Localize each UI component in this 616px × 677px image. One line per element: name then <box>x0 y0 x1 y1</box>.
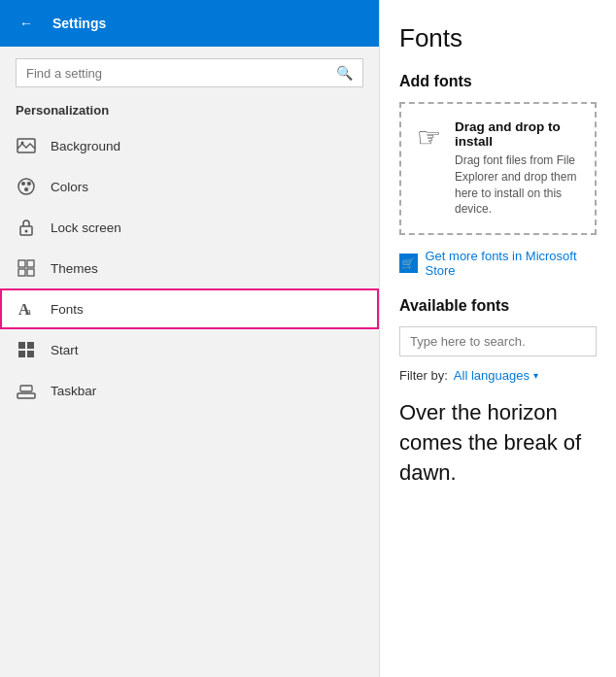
font-search-input[interactable] <box>399 326 597 356</box>
search-container: 🔍 <box>16 58 363 87</box>
sidebar-item-fonts-label: Fonts <box>51 302 84 317</box>
svg-rect-9 <box>27 260 34 267</box>
personalization-label: Personalization <box>0 99 379 125</box>
sidebar-item-fonts[interactable]: A a Fonts <box>0 288 379 329</box>
search-input[interactable] <box>26 66 328 81</box>
drop-text-sub: Drag font files from File Explorer and d… <box>455 152 579 218</box>
taskbar-icon <box>16 380 37 401</box>
page-title: Fonts <box>399 23 597 53</box>
colors-icon <box>16 176 37 197</box>
store-icon: 🛒 <box>399 254 418 273</box>
sidebar-item-colors-label: Colors <box>51 180 88 194</box>
start-icon <box>16 339 37 360</box>
lock-screen-icon <box>16 217 37 238</box>
back-button[interactable]: ← <box>12 9 41 38</box>
svg-point-5 <box>24 187 28 191</box>
svg-rect-18 <box>17 393 35 398</box>
sidebar-item-background[interactable]: Background <box>0 125 379 166</box>
store-link-label: Get more fonts in Microsoft Store <box>426 249 598 278</box>
background-icon <box>16 135 37 156</box>
sidebar-item-background-label: Background <box>51 139 120 153</box>
store-link[interactable]: 🛒 Get more fonts in Microsoft Store <box>399 249 597 278</box>
main-content: Fonts Add fonts ☞ Drag and drop to insta… <box>379 0 616 677</box>
svg-point-3 <box>21 182 25 186</box>
search-icon: 🔍 <box>336 65 353 81</box>
sidebar-item-taskbar-label: Taskbar <box>51 384 96 398</box>
sidebar-item-colors[interactable]: Colors <box>0 166 379 207</box>
themes-icon <box>16 257 37 279</box>
svg-point-7 <box>25 230 28 233</box>
filter-label: Filter by: <box>399 368 448 383</box>
sidebar-item-lock-screen-label: Lock screen <box>51 220 121 235</box>
svg-rect-10 <box>18 269 25 276</box>
filter-language-select[interactable]: All languages ▾ <box>454 368 538 383</box>
sidebar-item-start[interactable]: Start <box>0 329 379 370</box>
add-fonts-title: Add fonts <box>399 73 597 90</box>
svg-point-1 <box>21 142 24 145</box>
drop-icon: ☞ <box>417 121 441 153</box>
available-fonts-title: Available fonts <box>399 297 597 315</box>
filter-value: All languages <box>454 368 530 383</box>
svg-rect-14 <box>18 342 25 349</box>
drop-zone-text: Drag and drop to install Drag font files… <box>455 119 579 218</box>
drop-text-main: Drag and drop to install <box>455 119 579 149</box>
chevron-down-icon: ▾ <box>533 370 538 381</box>
sidebar-item-themes-label: Themes <box>51 261 98 276</box>
fonts-icon: A a <box>16 298 37 320</box>
svg-text:a: a <box>26 305 31 317</box>
font-preview-text: Over the horizon comes the break of dawn… <box>399 398 597 488</box>
filter-row: Filter by: All languages ▾ <box>399 368 597 383</box>
sidebar-item-taskbar[interactable]: Taskbar <box>0 370 379 411</box>
svg-point-4 <box>27 182 31 186</box>
sidebar-header: ← Settings <box>0 0 379 47</box>
svg-rect-17 <box>27 351 34 357</box>
drop-zone[interactable]: ☞ Drag and drop to install Drag font fil… <box>399 102 597 235</box>
svg-rect-19 <box>20 386 32 391</box>
svg-rect-8 <box>18 260 25 267</box>
sidebar-item-start-label: Start <box>51 343 79 357</box>
sidebar-item-lock-screen[interactable]: Lock screen <box>0 207 379 248</box>
settings-title: Settings <box>52 16 106 31</box>
svg-rect-11 <box>27 269 34 276</box>
svg-rect-16 <box>18 351 25 357</box>
svg-rect-15 <box>27 342 34 349</box>
sidebar-item-themes[interactable]: Themes <box>0 248 379 288</box>
sidebar: ← Settings 🔍 Personalization Background <box>0 0 379 677</box>
